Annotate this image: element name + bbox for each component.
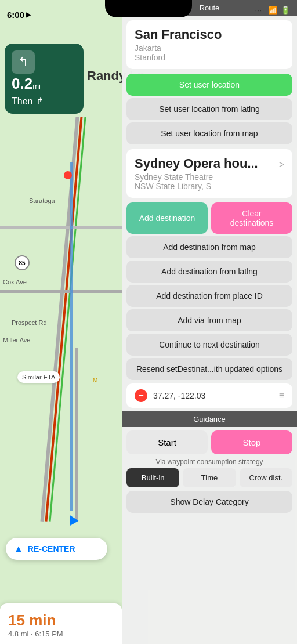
set-user-location-latlng-button[interactable]: Set user location from latlng <box>126 98 292 120</box>
start-stop-row: Start Stop <box>126 430 292 454</box>
remove-waypoint-button[interactable]: − <box>135 389 147 402</box>
eta-time: 15 min <box>8 612 114 629</box>
strategy-builtin-button[interactable]: Built-in <box>126 468 179 487</box>
add-clear-row: Add destination Clear destinations <box>126 202 292 234</box>
show-delay-button[interactable]: Show Delay Category <box>126 491 292 513</box>
nav-distance: 0.2mi <box>12 76 77 91</box>
map-label-saratoga: Saratoga <box>29 197 55 204</box>
status-bar: 6:00 ▶ <box>0 0 122 29</box>
start-button[interactable]: Start <box>126 430 208 454</box>
map-label-miller: Miller Ave <box>3 337 30 343</box>
set-user-location-button[interactable]: Set user location <box>126 74 292 96</box>
destination-2-card: Sydney Opera hou... Sydney State Theatre… <box>126 149 292 198</box>
wifi-icon: 📶 <box>268 6 277 15</box>
notch <box>105 0 192 17</box>
similar-eta-badge: Similar ETA <box>17 371 60 383</box>
mcdonalds-icon: M <box>93 377 97 383</box>
expand-icon[interactable]: > <box>279 160 284 170</box>
coordinates-row: − 37.27, -122.03 ≡ <box>126 383 292 408</box>
nav-arrow: ▲ <box>60 506 84 531</box>
turn-icon: ↰ <box>12 50 35 74</box>
resend-setdest-button[interactable]: Resend setDestinat...ith updated options <box>126 358 292 380</box>
recenter-icon: ▲ <box>14 544 23 554</box>
eta-details: 4.8 mi · 6:15 PM <box>8 629 114 638</box>
then-turn-icon: ↱ <box>36 96 44 107</box>
strategy-row: Built-in Time Crow dist. <box>126 468 292 487</box>
map-label-cox: Cox Ave <box>3 278 27 285</box>
add-dest-from-map-button[interactable]: Add destination from map <box>126 236 292 258</box>
highway-badge: 85 <box>15 255 30 270</box>
add-dest-from-latlng-button[interactable]: Add destination from latlng <box>126 261 292 283</box>
strategy-time-button[interactable]: Time <box>183 468 236 487</box>
strategy-crowdist-button[interactable]: Crow dist. <box>240 468 292 487</box>
destination-1-card: San Francisco JakartaStanford <box>126 20 292 69</box>
dest-2-sub: Sydney State TheatreNSW State Library, S <box>135 172 258 191</box>
waypoint-strategy-label: Via waypoint consumption strategy <box>122 458 297 466</box>
eta-card: 15 min 4.8 mi · 6:15 PM <box>0 603 122 644</box>
coordinates-text: 37.27, -122.03 <box>153 391 273 400</box>
dest-2-name: Sydney Opera hou... <box>135 156 258 171</box>
nav-then: Then ↱ <box>12 96 77 107</box>
map-label-prospect: Prospect Rd <box>12 319 47 326</box>
dest-1-sub: JakartaStanford <box>135 44 284 62</box>
signal-icon: ···· <box>255 7 265 14</box>
recenter-button[interactable]: ▲ RE-CENTER <box>6 538 107 560</box>
location-icon: ▶ <box>26 11 31 19</box>
right-panel: Route San Francisco JakartaStanford Set … <box>122 0 297 644</box>
continue-to-next-button[interactable]: Continue to next destination <box>126 334 292 356</box>
add-dest-from-placeid-button[interactable]: Add destination from place ID <box>126 285 292 307</box>
location-pin <box>64 171 72 179</box>
clear-destinations-button[interactable]: Clear destinations <box>211 202 292 234</box>
status-time: 6:00 ▶ <box>7 10 31 20</box>
guidance-header: Guidance <box>122 411 297 427</box>
add-via-from-map-button[interactable]: Add via from map <box>126 309 292 331</box>
status-icons-right: ···· 📶 🔋 <box>209 6 296 15</box>
battery-icon: 🔋 <box>281 6 290 15</box>
set-user-location-map-button[interactable]: Set user location from map <box>126 122 292 144</box>
add-destination-button[interactable]: Add destination <box>126 202 208 234</box>
navigation-card: ↰ 0.2mi Then ↱ <box>5 44 84 114</box>
stop-button[interactable]: Stop <box>211 430 292 454</box>
dest-1-name: San Francisco <box>135 27 284 42</box>
drag-handle-icon[interactable]: ≡ <box>279 390 284 401</box>
